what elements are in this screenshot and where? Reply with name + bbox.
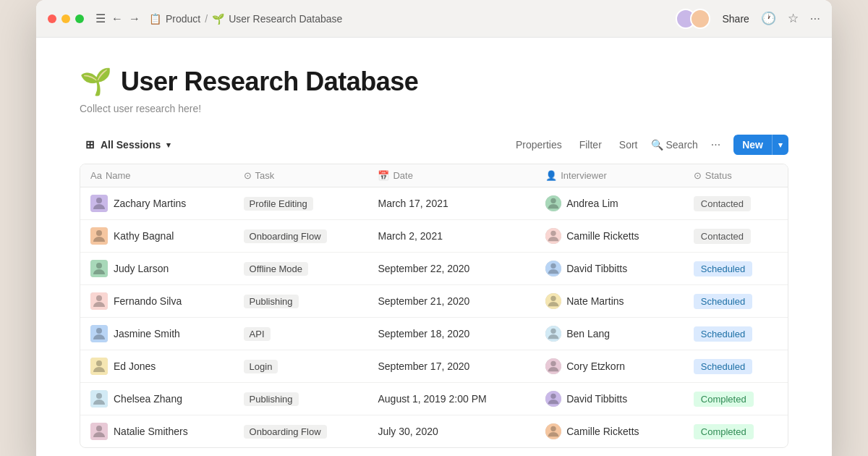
cell-date: September 18, 2020: [367, 318, 535, 350]
more-options-button[interactable]: ···: [707, 137, 725, 153]
svg-point-11: [551, 263, 556, 269]
col-interviewer: 👤Interviewer: [535, 164, 684, 187]
status-badge: Contacted: [694, 229, 751, 244]
row-name: Fernando Silva: [114, 295, 182, 307]
svg-point-21: [96, 360, 102, 366]
task-tag: API: [244, 327, 271, 341]
page-title: User Research Database: [121, 67, 418, 97]
cell-status: Scheduled: [684, 350, 788, 383]
status-col-icon: ⊙: [694, 170, 702, 181]
table-row[interactable]: Fernando Silva Publishing September 21, …: [80, 285, 788, 318]
cell-name: Zachary Martins: [80, 187, 234, 220]
page-title-row: 🌱 User Research Database: [80, 67, 788, 97]
cell-task: API: [234, 318, 368, 350]
search-icon: 🔍: [651, 139, 663, 151]
database-toolbar: ⊞ All Sessions ▾ Properties Filter Sort …: [80, 135, 788, 155]
collaborator-avatar-2: [690, 9, 710, 29]
page-content: 🌱 User Research Database Collect user re…: [36, 38, 832, 456]
interviewer-avatar: [545, 358, 561, 374]
row-name: Jasmine Smith: [114, 328, 180, 339]
svg-point-1: [96, 198, 102, 203]
minimize-button[interactable]: [61, 14, 70, 23]
page-subtitle: Collect user research here!: [80, 103, 788, 114]
cell-task: Offline Mode: [234, 253, 368, 285]
star-icon[interactable]: ☆: [788, 11, 799, 26]
col-task: ⊙Task: [234, 164, 368, 187]
cell-status: Scheduled: [684, 318, 788, 350]
row-avatar: [90, 325, 108, 342]
more-icon[interactable]: ···: [810, 12, 820, 26]
search-button[interactable]: 🔍 Search: [651, 139, 698, 151]
task-col-icon: ⊙: [244, 170, 252, 181]
row-avatar: [90, 423, 108, 440]
svg-point-25: [96, 393, 102, 399]
interviewer-name: Camille Ricketts: [566, 426, 639, 437]
interviewer-name: Cory Etzkorn: [566, 360, 625, 372]
svg-point-5: [96, 230, 102, 236]
status-badge: Scheduled: [694, 261, 752, 276]
forward-icon[interactable]: →: [129, 12, 140, 25]
table-row[interactable]: Kathy Bagnal Onboarding Flow March 2, 20…: [80, 220, 788, 253]
cell-date: September 17, 2020: [367, 350, 535, 383]
cell-interviewer: Ben Lang: [535, 318, 684, 350]
interviewer-avatar: [545, 261, 561, 276]
status-badge: Completed: [694, 424, 754, 439]
task-tag: Publishing: [244, 295, 299, 308]
properties-button[interactable]: Properties: [511, 136, 566, 153]
maximize-button[interactable]: [75, 14, 84, 23]
new-btn-dropdown-icon[interactable]: ▾: [773, 137, 788, 153]
cell-name: Judy Larson: [80, 253, 234, 285]
breadcrumb-parent[interactable]: Product: [166, 13, 200, 25]
filter-button[interactable]: Filter: [575, 136, 606, 153]
cell-interviewer: David Tibbitts: [535, 383, 684, 415]
interviewer-avatar: [545, 293, 561, 309]
table-row[interactable]: Chelsea Zhang Publishing August 1, 2019 …: [80, 383, 788, 415]
interviewer-avatar: [545, 391, 561, 407]
cell-name: Fernando Silva: [80, 285, 234, 318]
back-icon[interactable]: ←: [111, 12, 123, 25]
interviewer-name: Ben Lang: [566, 328, 610, 339]
interviewer-name: Andrea Lim: [566, 198, 618, 209]
cell-name: Natalie Smithers: [80, 415, 234, 448]
history-icon[interactable]: 🕐: [761, 11, 776, 26]
cell-task: Publishing: [234, 285, 368, 318]
cell-status: Scheduled: [684, 285, 788, 318]
cell-task: Profile Editing: [234, 187, 368, 220]
table-row[interactable]: Natalie Smithers Onboarding Flow July 30…: [80, 415, 788, 448]
task-tag: Login: [244, 360, 278, 373]
cell-task: Publishing: [234, 383, 368, 415]
share-button[interactable]: Share: [722, 13, 749, 25]
view-selector[interactable]: ⊞ All Sessions ▾: [80, 135, 176, 154]
chevron-down-icon: ▾: [166, 140, 171, 150]
traffic-lights: [48, 14, 84, 23]
task-tag: Profile Editing: [244, 197, 313, 211]
cell-date: March 17, 2021: [367, 187, 535, 220]
row-name: Judy Larson: [114, 263, 169, 274]
new-button[interactable]: New ▾: [733, 135, 788, 155]
cell-name: Jasmine Smith: [80, 318, 234, 350]
svg-point-27: [551, 394, 556, 399]
cell-status: Completed: [684, 415, 788, 448]
row-name: Chelsea Zhang: [114, 393, 182, 405]
svg-point-23: [551, 361, 556, 366]
table-row[interactable]: Zachary Martins Profile Editing March 17…: [80, 187, 788, 220]
table-row[interactable]: Ed Jones Login September 17, 2020 Cory E…: [80, 350, 788, 383]
status-badge: Scheduled: [694, 359, 752, 374]
table-row[interactable]: Judy Larson Offline Mode September 22, 2…: [80, 253, 788, 285]
close-button[interactable]: [48, 14, 56, 23]
interviewer-avatar: [545, 228, 561, 244]
cell-task: Login: [234, 350, 368, 383]
table-row[interactable]: Jasmine Smith API September 18, 2020 Ben…: [80, 318, 788, 350]
database-table: AaName ⊙Task 📅Date 👤Interviewer ⊙Statu: [80, 164, 788, 448]
app-window: ☰ ← → 📋 Product / 🌱 User Research Databa…: [36, 0, 832, 456]
cell-date: September 21, 2020: [367, 285, 535, 318]
hamburger-icon[interactable]: ☰: [95, 12, 106, 25]
view-label: All Sessions: [101, 139, 161, 151]
breadcrumb-current[interactable]: User Research Database: [229, 13, 342, 25]
sort-button[interactable]: Sort: [615, 136, 642, 153]
row-name: Ed Jones: [114, 360, 156, 372]
svg-point-19: [551, 329, 556, 334]
breadcrumb: 📋 Product / 🌱 User Research Database: [149, 13, 676, 25]
col-date: 📅Date: [367, 164, 535, 187]
svg-point-9: [96, 263, 102, 269]
